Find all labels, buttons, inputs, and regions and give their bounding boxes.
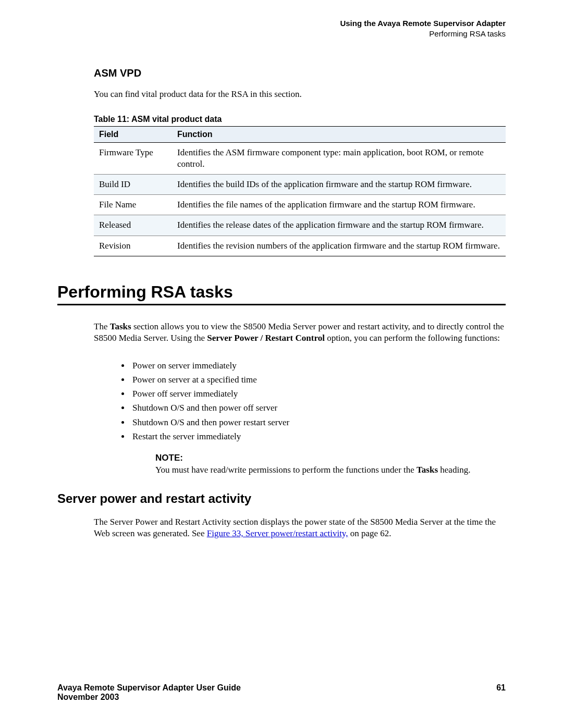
- list-item: Power off server immediately: [130, 387, 506, 401]
- note-block: NOTE: You must have read/write permissio…: [155, 453, 506, 476]
- page-footer: Avaya Remote Supervisor Adapter User Gui…: [57, 683, 506, 702]
- header-section: Performing RSA tasks: [57, 29, 506, 39]
- server-power-para: The Server Power and Restart Activity se…: [94, 516, 506, 539]
- cell-function: Identifies the revision numbers of the a…: [172, 236, 506, 256]
- footer-title: Avaya Remote Supervisor Adapter User Gui…: [57, 683, 506, 693]
- table-row: Released Identifies the release dates of…: [94, 215, 506, 236]
- table-caption: Table 11: ASM vital product data: [94, 115, 506, 124]
- cell-field: Firmware Type: [94, 143, 172, 175]
- table-asm-vpd: Field Function Firmware Type Identifies …: [94, 126, 506, 256]
- table-row: File Name Identifies the file names of t…: [94, 195, 506, 215]
- heading-performing-rsa-tasks: Performing RSA tasks: [57, 282, 506, 302]
- list-item: Restart the server immediately: [130, 429, 506, 443]
- cell-field: Revision: [94, 236, 172, 256]
- cell-function: Identifies the release dates of the appl…: [172, 215, 506, 236]
- section-performing-rsa-tasks: Performing RSA tasks The Tasks section a…: [57, 282, 506, 540]
- page-number: 61: [496, 683, 506, 693]
- cell-field: Build ID: [94, 175, 172, 195]
- heading-rule: [57, 304, 506, 305]
- cell-function: Identifies the build IDs of the applicat…: [172, 175, 506, 195]
- heading-server-power: Server power and restart activity: [57, 491, 506, 506]
- col-function: Function: [172, 127, 506, 143]
- note-label: NOTE:: [155, 453, 506, 463]
- cell-field: File Name: [94, 195, 172, 215]
- running-header: Using the Avaya Remote Supervisor Adapte…: [57, 18, 506, 39]
- asm-vpd-intro: You can find vital product data for the …: [94, 89, 506, 100]
- cell-field: Released: [94, 215, 172, 236]
- list-item: Power on server immediately: [130, 359, 506, 373]
- link-figure-33[interactable]: Figure 33, Server power/restart activity…: [207, 528, 348, 538]
- table-row: Firmware Type Identifies the ASM firmwar…: [94, 143, 506, 175]
- heading-asm-vpd: ASM VPD: [94, 67, 506, 79]
- list-item: Power on server at a specified time: [130, 373, 506, 387]
- list-item: Shutdown O/S and then power off server: [130, 401, 506, 415]
- rsa-tasks-intro: The Tasks section allows you to view the…: [94, 321, 506, 344]
- header-chapter: Using the Avaya Remote Supervisor Adapte…: [57, 18, 506, 29]
- cell-function: Identifies the file names of the applica…: [172, 195, 506, 215]
- page: Using the Avaya Remote Supervisor Adapte…: [0, 0, 563, 728]
- col-field: Field: [94, 127, 172, 143]
- footer-date: November 2003: [57, 693, 506, 702]
- section-asm-vpd: ASM VPD You can find vital product data …: [94, 67, 506, 256]
- rsa-tasks-list: Power on server immediately Power on ser…: [94, 359, 506, 443]
- note-text: You must have read/write permissions to …: [155, 464, 506, 476]
- list-item: Shutdown O/S and then power restart serv…: [130, 415, 506, 429]
- table-row: Build ID Identifies the build IDs of the…: [94, 175, 506, 195]
- cell-function: Identifies the ASM firmware component ty…: [172, 143, 506, 175]
- table-row: Revision Identifies the revision numbers…: [94, 236, 506, 256]
